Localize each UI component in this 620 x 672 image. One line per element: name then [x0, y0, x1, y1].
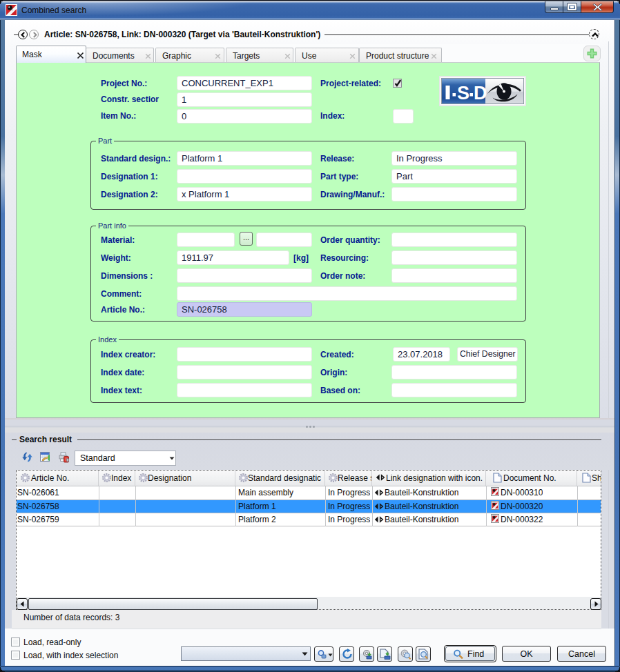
svg-text:D: D: [474, 83, 487, 103]
svg-text:S: S: [457, 83, 469, 103]
